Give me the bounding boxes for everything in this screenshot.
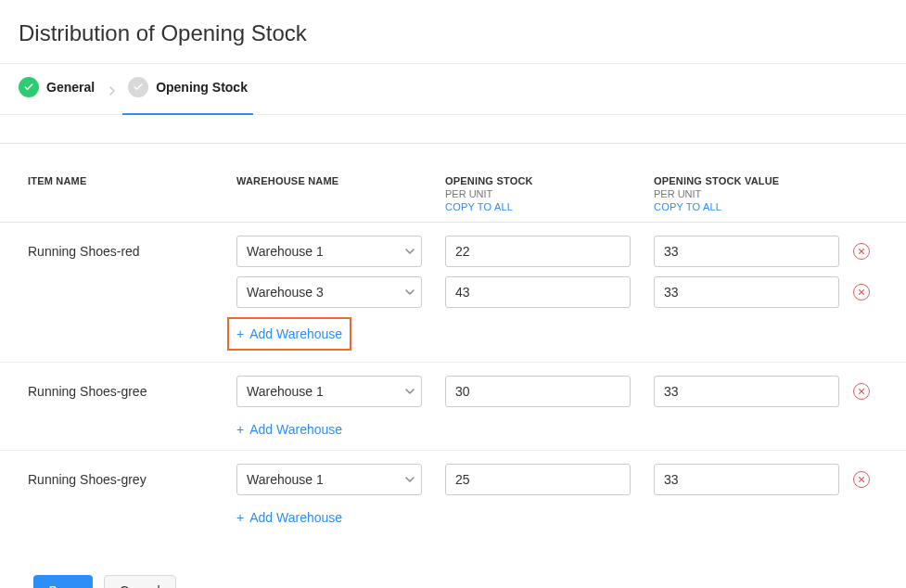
opening-stock-value-input[interactable] — [654, 464, 839, 495]
plus-icon: + — [236, 327, 244, 340]
opening-stock-value-input[interactable] — [654, 236, 839, 267]
table-row: Running Shoes-greyWarehouse 1Warehouse 2… — [28, 464, 878, 495]
table-row: Running Shoes-redWarehouse 1Warehouse 2W… — [28, 236, 878, 267]
warehouse-select[interactable]: Warehouse 1Warehouse 2Warehouse 3 — [236, 376, 422, 407]
opening-stock-input[interactable] — [445, 276, 631, 308]
warehouse-select[interactable]: Warehouse 1Warehouse 2Warehouse 3 — [236, 464, 422, 495]
th-opening-stock-value: OPENING STOCK VALUE — [654, 175, 853, 186]
th-item-name: ITEM NAME — [28, 175, 236, 186]
footer-actions: Save Cancel — [0, 538, 906, 588]
item-block: Running Shoes-greeWarehouse 1Warehouse 2… — [0, 363, 906, 451]
step-general[interactable]: General — [19, 77, 95, 114]
th-opening-stock-sub: PER UNIT — [445, 188, 654, 199]
warehouse-select[interactable]: Warehouse 1Warehouse 2Warehouse 3 — [236, 276, 422, 308]
remove-row-icon[interactable] — [853, 284, 870, 300]
add-warehouse-row: +Add Warehouse — [28, 416, 878, 437]
th-warehouse-name: WAREHOUSE NAME — [236, 175, 445, 186]
add-warehouse-link[interactable]: +Add Warehouse — [236, 505, 342, 525]
opening-stock-input[interactable] — [445, 236, 631, 267]
item-block: Running Shoes-greyWarehouse 1Warehouse 2… — [0, 451, 906, 538]
opening-stock-value-input[interactable] — [654, 276, 839, 308]
save-button[interactable]: Save — [33, 575, 93, 588]
remove-row-icon[interactable] — [853, 243, 870, 260]
opening-stock-input[interactable] — [445, 376, 631, 407]
item-name: Running Shoes-gree — [28, 384, 147, 399]
item-name: Running Shoes-red — [28, 244, 140, 259]
items-list: Running Shoes-redWarehouse 1Warehouse 2W… — [0, 223, 906, 538]
copy-to-all-value-link[interactable]: COPY TO ALL — [654, 201, 853, 212]
page-title: Distribution of Opening Stock — [0, 0, 906, 63]
add-warehouse-row: +Add Warehouse — [28, 505, 878, 525]
opening-stock-table: ITEM NAME WAREHOUSE NAME OPENING STOCK P… — [0, 143, 906, 538]
plus-icon: + — [236, 423, 244, 436]
item-block: Running Shoes-redWarehouse 1Warehouse 2W… — [0, 223, 906, 363]
warehouse-select[interactable]: Warehouse 1Warehouse 2Warehouse 3 — [236, 236, 422, 267]
add-warehouse-label: Add Warehouse — [249, 510, 342, 525]
add-warehouse-link[interactable]: +Add Warehouse — [236, 416, 342, 437]
opening-stock-input[interactable] — [445, 464, 631, 495]
chevron-right-icon — [108, 83, 115, 91]
check-circle-icon — [19, 77, 39, 97]
remove-row-icon[interactable] — [853, 383, 870, 400]
add-warehouse-row: +Add Warehouse — [28, 317, 878, 349]
step-opening-stock[interactable]: Opening Stock — [128, 77, 248, 114]
add-warehouse-link[interactable]: +Add Warehouse — [229, 319, 350, 349]
th-opening-stock: OPENING STOCK — [445, 175, 654, 186]
add-warehouse-label: Add Warehouse — [249, 422, 342, 437]
add-warehouse-label: Add Warehouse — [249, 326, 342, 341]
step-label: Opening Stock — [156, 80, 248, 95]
step-label: General — [46, 80, 95, 95]
stepper: General Opening Stock — [0, 64, 906, 115]
cancel-button[interactable]: Cancel — [104, 575, 176, 588]
table-header: ITEM NAME WAREHOUSE NAME OPENING STOCK P… — [0, 143, 906, 223]
item-name: Running Shoes-grey — [28, 472, 147, 487]
th-opening-stock-value-sub: PER UNIT — [654, 188, 853, 199]
table-row: Running Shoes-greeWarehouse 1Warehouse 2… — [28, 376, 878, 407]
check-circle-icon — [128, 77, 148, 97]
copy-to-all-stock-link[interactable]: COPY TO ALL — [445, 201, 654, 212]
opening-stock-value-input[interactable] — [654, 376, 839, 407]
plus-icon: + — [236, 511, 244, 524]
remove-row-icon[interactable] — [853, 471, 870, 488]
table-row: Warehouse 1Warehouse 2Warehouse 3 — [28, 276, 878, 308]
